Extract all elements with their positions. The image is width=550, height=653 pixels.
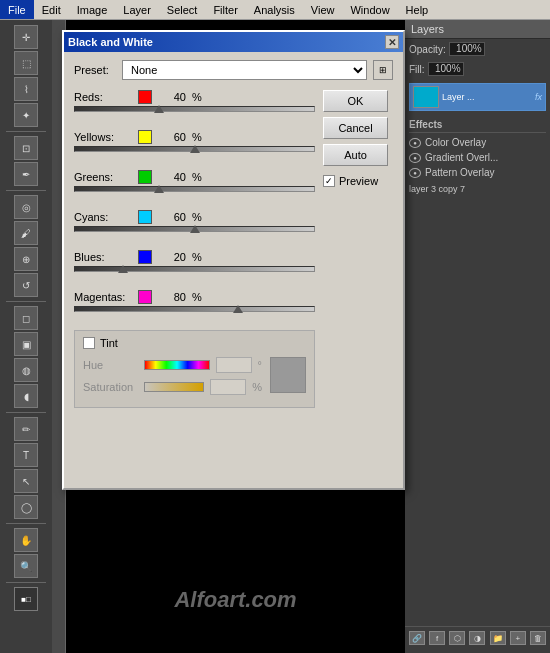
new-layer-icon[interactable]: + — [510, 631, 526, 645]
new-group-icon[interactable]: 📁 — [490, 631, 506, 645]
auto-button[interactable]: Auto — [323, 144, 388, 166]
left-toolbar: ✛ ⬚ ⌇ ✦ ⊡ ✒ ◎ 🖌 ⊕ ↺ ◻ ▣ ◍ ◖ ✏ T ↖ ◯ ✋ 🔍 … — [0, 20, 52, 653]
cyans-slider[interactable] — [74, 226, 315, 242]
preview-checkbox[interactable]: ✓ — [323, 175, 335, 187]
menu-view[interactable]: View — [303, 0, 343, 19]
blues-value: 20 — [158, 251, 186, 263]
ok-button[interactable]: OK — [323, 90, 388, 112]
blues-slider[interactable] — [74, 266, 315, 282]
tool-eraser[interactable]: ◻ — [14, 306, 38, 330]
magentas-slider-row: Magentas: 80 % — [74, 290, 315, 322]
opacity-input[interactable]: 100% — [449, 42, 485, 56]
modal-overlay: Black and White ✕ Preset: None ⊞ Reds: — [52, 20, 405, 653]
tint-header: Tint — [83, 337, 306, 349]
fill-input[interactable]: 100% — [428, 62, 464, 76]
tool-shape[interactable]: ◯ — [14, 495, 38, 519]
menu-image[interactable]: Image — [69, 0, 116, 19]
tool-spot-heal[interactable]: ◎ — [14, 195, 38, 219]
sat-value[interactable] — [210, 379, 246, 395]
add-mask-icon[interactable]: ⬡ — [449, 631, 465, 645]
layer-item-active[interactable]: Layer ... fx — [409, 83, 546, 111]
tool-clone-stamp[interactable]: ⊕ — [14, 247, 38, 271]
tool-foreground-bg[interactable]: ■□ — [14, 587, 38, 611]
menu-analysis[interactable]: Analysis — [246, 0, 303, 19]
effect-gradient-overlay[interactable]: ● Gradient Overl... — [409, 150, 546, 165]
tool-path-select[interactable]: ↖ — [14, 469, 38, 493]
eye-icon[interactable]: ● — [409, 138, 421, 148]
tool-brush[interactable]: 🖌 — [14, 221, 38, 245]
greens-value: 40 — [158, 171, 186, 183]
tool-dodge[interactable]: ◖ — [14, 384, 38, 408]
effect-label: Gradient Overl... — [425, 152, 498, 163]
tool-lasso[interactable]: ⌇ — [14, 77, 38, 101]
hue-value[interactable] — [216, 357, 252, 373]
tool-select-rect[interactable]: ⬚ — [14, 51, 38, 75]
cyans-thumb — [190, 225, 200, 233]
dialog-close-button[interactable]: ✕ — [385, 35, 399, 49]
cyans-swatch — [138, 210, 152, 224]
menu-bar: File Edit Image Layer Select Filter Anal… — [0, 0, 550, 20]
magentas-swatch — [138, 290, 152, 304]
cancel-button[interactable]: Cancel — [323, 117, 388, 139]
dialog-title: Black and White — [68, 36, 153, 48]
magentas-slider[interactable] — [74, 306, 315, 322]
reds-slider[interactable] — [74, 106, 315, 122]
dialog-content: Reds: 40 % — [74, 90, 393, 408]
sliders-area: Reds: 40 % — [74, 90, 315, 408]
yellows-pct: % — [192, 131, 202, 143]
opacity-label: Opacity: — [409, 44, 446, 55]
tool-pen[interactable]: ✏ — [14, 417, 38, 441]
yellows-header: Yellows: 60 % — [74, 130, 315, 144]
hue-row: Hue ° — [83, 357, 262, 373]
menu-edit[interactable]: Edit — [34, 0, 69, 19]
tool-blur[interactable]: ◍ — [14, 358, 38, 382]
effect-color-overlay[interactable]: ● Color Overlay — [409, 135, 546, 150]
greens-pct: % — [192, 171, 202, 183]
black-white-dialog: Black and White ✕ Preset: None ⊞ Reds: — [62, 30, 405, 490]
preset-row: Preset: None ⊞ — [74, 60, 393, 80]
effect-pattern-overlay[interactable]: ● Pattern Overlay — [409, 165, 546, 180]
menu-select[interactable]: Select — [159, 0, 206, 19]
eye-icon[interactable]: ● — [409, 168, 421, 178]
eye-icon[interactable]: ● — [409, 153, 421, 163]
blues-pct: % — [192, 251, 202, 263]
dialog-titlebar: Black and White ✕ — [64, 32, 403, 52]
hue-gradient — [144, 360, 210, 370]
tool-hand[interactable]: ✋ — [14, 528, 38, 552]
blues-label: Blues: — [74, 251, 132, 263]
tool-crop[interactable]: ⊡ — [14, 136, 38, 160]
menu-window[interactable]: Window — [342, 0, 397, 19]
reds-pct: % — [192, 91, 202, 103]
link-layers-icon[interactable]: 🔗 — [409, 631, 425, 645]
menu-layer[interactable]: Layer — [115, 0, 159, 19]
greens-slider[interactable] — [74, 186, 315, 202]
reds-track — [74, 106, 315, 112]
tint-checkbox[interactable] — [83, 337, 95, 349]
new-adjustment-icon[interactable]: ◑ — [469, 631, 485, 645]
tool-magic-wand[interactable]: ✦ — [14, 103, 38, 127]
tool-move[interactable]: ✛ — [14, 25, 38, 49]
tool-type[interactable]: T — [14, 443, 38, 467]
tool-gradient[interactable]: ▣ — [14, 332, 38, 356]
menu-help[interactable]: Help — [398, 0, 437, 19]
tool-separator-1 — [6, 131, 46, 132]
sat-pct: % — [252, 381, 262, 393]
blues-slider-row: Blues: 20 % — [74, 250, 315, 282]
menu-file[interactable]: File — [0, 0, 34, 19]
menu-filter[interactable]: Filter — [205, 0, 245, 19]
reds-value: 40 — [158, 91, 186, 103]
delete-layer-icon[interactable]: 🗑 — [530, 631, 546, 645]
tool-zoom[interactable]: 🔍 — [14, 554, 38, 578]
tool-separator-2 — [6, 190, 46, 191]
yellows-swatch — [138, 130, 152, 144]
cyans-header: Cyans: 60 % — [74, 210, 315, 224]
layer-copy-label: layer 3 copy 7 — [405, 180, 550, 196]
layer-style-icon[interactable]: f — [429, 631, 445, 645]
tool-history-brush[interactable]: ↺ — [14, 273, 38, 297]
fill-row: Fill: 100% — [405, 59, 550, 79]
preset-select[interactable]: None — [122, 60, 367, 80]
preset-settings-icon[interactable]: ⊞ — [373, 60, 393, 80]
tool-eyedropper[interactable]: ✒ — [14, 162, 38, 186]
yellows-slider[interactable] — [74, 146, 315, 162]
blues-header: Blues: 20 % — [74, 250, 315, 264]
